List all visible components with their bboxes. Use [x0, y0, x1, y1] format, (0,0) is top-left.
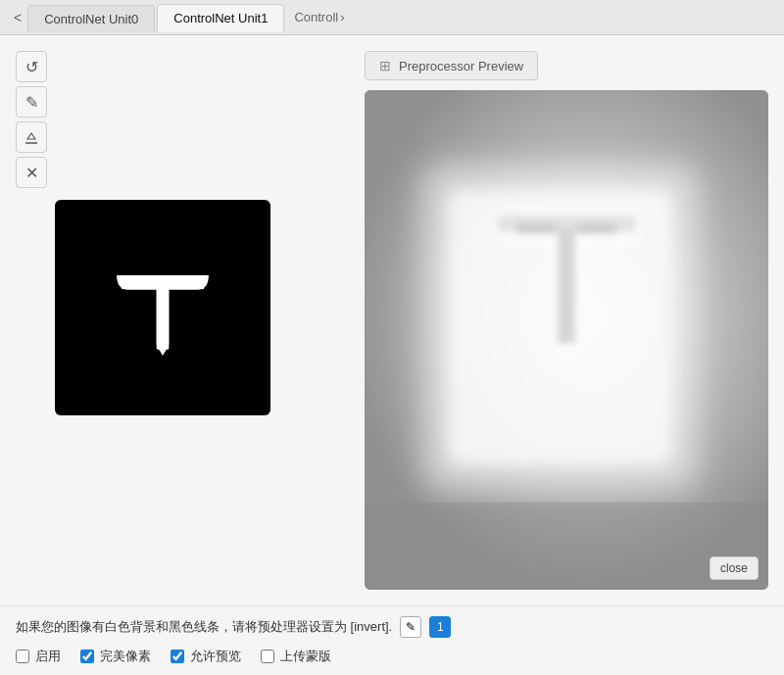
bottom-info: 如果您的图像有白色背景和黑色线条，请将预处理器设置为 [invert]. ✎ 1… [0, 605, 784, 675]
preprocessor-title: Preprocessor Preview [399, 59, 523, 73]
depth-preview-svg [365, 90, 768, 590]
tab-bar: < ControlNet Unit0 ControlNet Unit1 Cont… [0, 0, 784, 35]
left-panel: ↺ ✎ ✕ [16, 51, 349, 590]
checkbox-upload[interactable]: 上传蒙版 [261, 648, 331, 665]
right-panel: ⊞ Preprocessor Preview [365, 51, 768, 590]
enable-checkbox[interactable] [16, 650, 29, 663]
tab-nav-back[interactable]: < [8, 6, 27, 29]
info-edit-button[interactable]: ✎ [400, 616, 421, 638]
tool-icons: ↺ ✎ ✕ [16, 51, 349, 188]
allow-preview-checkbox[interactable] [171, 650, 184, 663]
info-number-button[interactable]: 1 [429, 616, 451, 638]
tab-controll[interactable]: Controll › [286, 4, 352, 30]
tab-unit1[interactable]: ControlNet Unit1 [157, 4, 284, 32]
eraser-button[interactable] [16, 121, 47, 153]
preprocessor-icon: ⊞ [379, 58, 391, 73]
perfect-checkbox[interactable] [80, 650, 94, 663]
preprocessor-header: ⊞ Preprocessor Preview [365, 51, 538, 80]
tab-unit0[interactable]: ControlNet Unit0 [27, 5, 155, 32]
source-image [55, 200, 270, 415]
close-button[interactable]: ✕ [16, 157, 47, 188]
info-text-row: 如果您的图像有白色背景和黑色线条，请将预处理器设置为 [invert]. ✎ 1 [16, 616, 768, 638]
preview-canvas [365, 90, 768, 590]
enable-label: 启用 [35, 648, 61, 665]
svg-rect-8 [157, 282, 170, 350]
info-text-content: 如果您的图像有白色背景和黑色线条，请将预处理器设置为 [invert]. [16, 618, 392, 636]
close-preview-button[interactable]: close [710, 556, 759, 580]
checkbox-allow-preview[interactable]: 允许预览 [171, 648, 241, 665]
svg-rect-19 [365, 503, 768, 590]
upload-label: 上传蒙版 [280, 648, 331, 665]
checkbox-perfect[interactable]: 完美像素 [80, 648, 151, 665]
content-area: ↺ ✎ ✕ [0, 35, 784, 605]
undo-button[interactable]: ↺ [16, 51, 47, 82]
perfect-label: 完美像素 [100, 648, 151, 665]
pencil-button[interactable]: ✎ [16, 86, 47, 118]
checkbox-row: 启用 完美像素 允许预览 上传蒙版 [16, 648, 768, 665]
upload-checkbox[interactable] [261, 650, 274, 663]
preview-image-container: close [365, 90, 768, 590]
checkbox-enable[interactable]: 启用 [16, 648, 61, 665]
main-container: < ControlNet Unit0 ControlNet Unit1 Cont… [0, 0, 784, 675]
tesla-logo-svg [94, 239, 231, 376]
allow-preview-label: 允许预览 [190, 648, 241, 665]
